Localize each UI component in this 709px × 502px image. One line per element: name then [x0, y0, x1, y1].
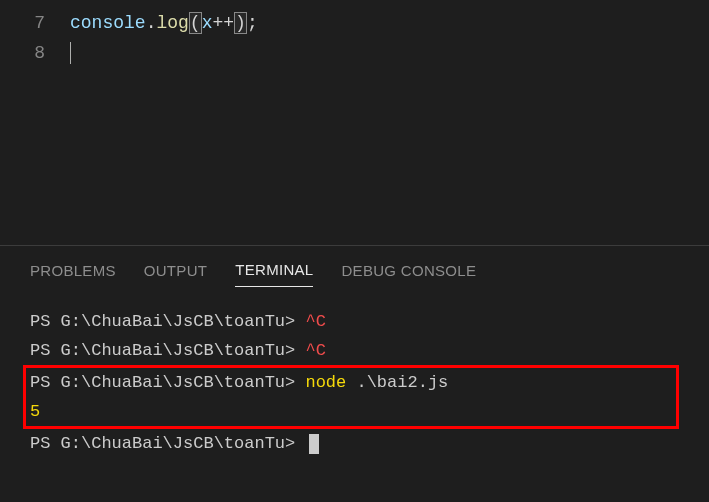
- code-token-operator: ++: [212, 13, 234, 33]
- code-token-dot: .: [146, 13, 157, 33]
- terminal-output-value: 5: [30, 402, 40, 421]
- terminal-interrupt: ^C: [305, 312, 325, 331]
- editor-cursor: [70, 42, 71, 64]
- code-token-method: log: [156, 13, 188, 33]
- tab-terminal[interactable]: TERMINAL: [235, 261, 313, 287]
- terminal-line: PS G:\ChuaBai\JsCB\toanTu>: [30, 429, 679, 458]
- terminal-command: node: [305, 373, 346, 392]
- line-number: 7: [0, 13, 70, 33]
- terminal-prompt: PS G:\ChuaBai\JsCB\toanTu>: [30, 312, 295, 331]
- tab-problems[interactable]: PROBLEMS: [30, 262, 116, 287]
- highlight-box: PS G:\ChuaBai\JsCB\toanTu> node .\bai2.j…: [23, 365, 679, 429]
- panel-tabs: PROBLEMS OUTPUT TERMINAL DEBUG CONSOLE: [0, 246, 709, 299]
- tab-debug-console[interactable]: DEBUG CONSOLE: [341, 262, 476, 287]
- terminal-prompt: PS G:\ChuaBai\JsCB\toanTu>: [30, 434, 295, 453]
- code-token-object: console: [70, 13, 146, 33]
- terminal-line: PS G:\ChuaBai\JsCB\toanTu> ^C: [30, 336, 679, 365]
- terminal-command-arg: .\bai2.js: [356, 373, 448, 392]
- code-line[interactable]: 7 console.log(x++);: [0, 8, 709, 38]
- terminal-line: 5: [30, 397, 672, 426]
- terminal-interrupt: ^C: [305, 341, 325, 360]
- code-token-close-paren: ): [234, 12, 247, 34]
- code-line[interactable]: 8: [0, 38, 709, 68]
- terminal-panel: PROBLEMS OUTPUT TERMINAL DEBUG CONSOLE P…: [0, 246, 709, 502]
- terminal-line: PS G:\ChuaBai\JsCB\toanTu> node .\bai2.j…: [30, 368, 672, 397]
- terminal-line: PS G:\ChuaBai\JsCB\toanTu> ^C: [30, 307, 679, 336]
- tab-output[interactable]: OUTPUT: [144, 262, 207, 287]
- code-token-open-paren: (: [189, 12, 202, 34]
- line-number: 8: [0, 43, 70, 63]
- code-token-variable: x: [202, 13, 213, 33]
- code-token-semicolon: ;: [247, 13, 258, 33]
- code-content: [70, 42, 71, 64]
- terminal-prompt: PS G:\ChuaBai\JsCB\toanTu>: [30, 373, 295, 392]
- terminal-cursor: [309, 434, 319, 454]
- terminal-prompt: PS G:\ChuaBai\JsCB\toanTu>: [30, 341, 295, 360]
- code-editor[interactable]: 7 console.log(x++); 8: [0, 0, 709, 245]
- code-content: console.log(x++);: [70, 13, 258, 33]
- terminal-output[interactable]: PS G:\ChuaBai\JsCB\toanTu> ^C PS G:\Chua…: [0, 299, 709, 466]
